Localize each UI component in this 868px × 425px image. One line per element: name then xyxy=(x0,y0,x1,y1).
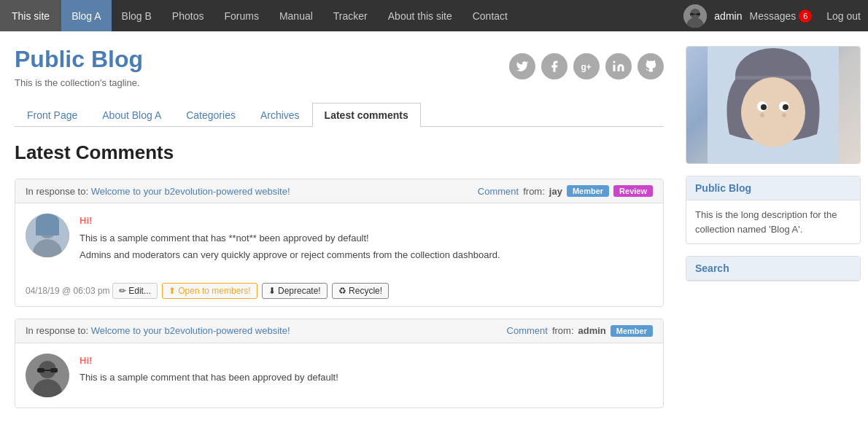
svg-point-7 xyxy=(613,61,616,63)
comment-text-1: Hi! This is a sample comment that has **… xyxy=(80,214,653,265)
linkedin-icon[interactable] xyxy=(605,53,632,79)
messages-label: Messages xyxy=(749,10,796,22)
sidebar-search-title: Search xyxy=(686,257,860,281)
social-icons: g+ xyxy=(509,53,664,79)
comment-avatar-1 xyxy=(26,214,69,257)
blog-header: Public Blog This is the collection's tag… xyxy=(15,46,143,103)
comment-text-2: Hi! This is a sample comment that has be… xyxy=(80,354,653,397)
nav-item-blogb[interactable]: Blog B xyxy=(112,0,162,31)
main-wrapper: Public Blog This is the collection's tag… xyxy=(0,31,868,425)
sidebar-widget-body: This is the long description for the col… xyxy=(686,200,860,243)
blog-tagline: This is the collection's tagline. xyxy=(15,77,143,88)
sidebar-search-widget: Search xyxy=(686,256,861,281)
comment-body-1: Hi! This is a sample comment that has **… xyxy=(15,203,663,276)
google-plus-icon[interactable]: g+ xyxy=(573,53,600,79)
hi-label-1: Hi! xyxy=(80,215,92,226)
hi-label-2: Hi! xyxy=(80,355,92,366)
svg-rect-3 xyxy=(690,13,694,15)
post-link-2[interactable]: Welcome to your b2evolution-powered webs… xyxy=(91,325,290,336)
svg-point-36 xyxy=(782,113,786,117)
comment-line-1a: This is a sample comment that has **not*… xyxy=(80,231,653,246)
user-area: admin Messages 6 Log out xyxy=(683,4,868,28)
avatar xyxy=(683,4,707,28)
tab-about-blog-a[interactable]: About Blog A xyxy=(90,103,174,127)
post-link-1[interactable]: Welcome to your b2evolution-powered webs… xyxy=(91,186,290,197)
header-row: Public Blog This is the collection's tag… xyxy=(15,46,664,103)
comment-body-2: Hi! This is a sample comment that has be… xyxy=(15,343,663,408)
tab-archives[interactable]: Archives xyxy=(248,103,312,127)
svg-text:g+: g+ xyxy=(581,62,592,72)
nav-item-photos[interactable]: Photos xyxy=(162,0,214,31)
comment-author-1: jay xyxy=(549,186,562,197)
nav-item-about[interactable]: About this site xyxy=(378,0,462,31)
sidebar: Public Blog This is the long description… xyxy=(678,31,868,425)
sidebar-image-widget xyxy=(686,46,861,164)
in-response-label-2: In response to: Welcome to your b2evolut… xyxy=(26,325,290,336)
svg-point-33 xyxy=(761,104,767,110)
member-badge-1: Member xyxy=(567,185,609,197)
comment-block-2: In response to: Welcome to your b2evolut… xyxy=(15,319,664,408)
tab-categories[interactable]: Categories xyxy=(174,103,248,127)
svg-point-34 xyxy=(783,104,788,110)
svg-point-35 xyxy=(760,113,764,117)
svg-rect-4 xyxy=(697,13,700,15)
page-heading: Latest Comments xyxy=(15,141,664,164)
nav-item-contact[interactable]: Contact xyxy=(462,0,518,31)
svg-rect-17 xyxy=(50,368,58,373)
open-button-1[interactable]: ⬆ Open to members! xyxy=(162,283,257,299)
comment-block-1: In response to: Welcome to your b2evolut… xyxy=(15,179,664,307)
sidebar-image-placeholder xyxy=(686,47,860,163)
comment-actions-1: ✏ Edit... ⬆ Open to members! ⬇ Deprecate… xyxy=(112,283,389,299)
from-text-1: from: xyxy=(523,186,545,197)
this-site-link[interactable]: This site xyxy=(0,0,61,31)
messages-badge: 6 xyxy=(799,9,812,23)
username-label: admin xyxy=(714,10,742,22)
comment-meta-1: Comment from: jay Member Review xyxy=(478,185,653,197)
deprecate-button-1[interactable]: ⬇ Deprecate! xyxy=(262,283,328,299)
review-badge-1: Review xyxy=(613,185,653,197)
sidebar-blog-widget: Public Blog This is the long description… xyxy=(686,176,861,244)
in-response-label-1: In response to: Welcome to your b2evolut… xyxy=(26,186,290,197)
nav-item-tracker[interactable]: Tracker xyxy=(323,0,378,31)
from-text-2: from: xyxy=(552,325,574,336)
tabs-bar: Front Page About Blog A Categories Archi… xyxy=(15,103,664,127)
member-badge-2: Member xyxy=(611,325,653,337)
messages-button[interactable]: Messages 6 xyxy=(749,9,812,23)
edit-button-1[interactable]: ✏ Edit... xyxy=(112,283,158,299)
comment-line-2a: This is a sample comment that has been a… xyxy=(80,370,653,385)
comment-from-label-1: Comment xyxy=(478,186,519,197)
content-area: Public Blog This is the collection's tag… xyxy=(0,31,678,425)
svg-point-30 xyxy=(741,77,805,147)
nav-item-bloga[interactable]: Blog A xyxy=(61,0,111,31)
svg-rect-16 xyxy=(37,368,44,373)
comment-header-1: In response to: Welcome to your b2evolut… xyxy=(15,179,663,203)
comment-line-1b: Admins and moderators can very quickly a… xyxy=(80,248,653,262)
recycle-button-1[interactable]: ♻ Recycle! xyxy=(332,283,389,299)
nav-item-forums[interactable]: Forums xyxy=(214,0,268,31)
comment-meta-2: Comment from: admin Member xyxy=(507,325,653,337)
svg-rect-12 xyxy=(36,221,59,235)
comment-timestamp-1: 04/18/19 @ 06:03 pm xyxy=(26,286,110,296)
twitter-icon[interactable] xyxy=(509,53,535,79)
logout-button[interactable]: Log out xyxy=(819,10,861,22)
blog-title: Public Blog xyxy=(15,46,143,73)
facebook-icon[interactable] xyxy=(541,53,567,79)
nav-item-manual[interactable]: Manual xyxy=(269,0,323,31)
sidebar-widget-title: Public Blog xyxy=(686,176,860,200)
tab-front-page[interactable]: Front Page xyxy=(15,103,90,127)
comment-from-label-2: Comment xyxy=(507,325,548,336)
top-navigation: This site Blog A Blog B Photos Forums Ma… xyxy=(0,0,868,31)
comment-avatar-2 xyxy=(26,354,69,397)
comment-header-2: In response to: Welcome to your b2evolut… xyxy=(15,319,663,343)
github-icon[interactable] xyxy=(638,53,664,79)
tab-latest-comments[interactable]: Latest comments xyxy=(312,103,421,127)
comment-footer-1: 04/18/19 @ 06:03 pm ✏ Edit... ⬆ Open to … xyxy=(15,276,663,306)
comment-author-2: admin xyxy=(578,325,606,336)
